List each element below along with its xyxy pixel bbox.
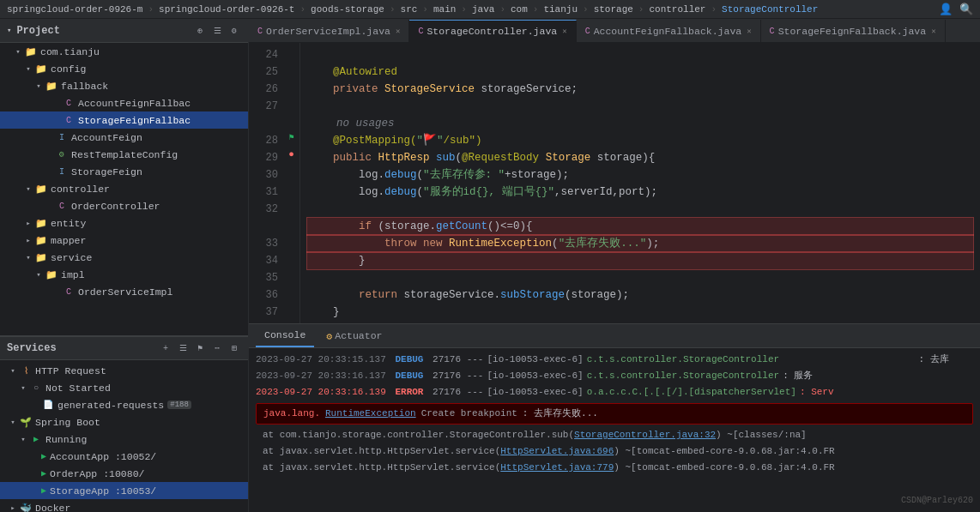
breadcrumb-item[interactable]: goods-storage [311,4,384,15]
tab-close-icon[interactable]: ✕ [931,27,935,36]
breadcrumb-item[interactable]: java [472,4,494,15]
tree-item-order-service-impl[interactable]: C OrderServiceImpl [0,283,248,300]
breadcrumb-item[interactable]: springcloud-order-0926-t [159,4,294,15]
file-icon: 📄 [41,398,55,412]
project-arrow-icon[interactable]: ▾ [7,26,11,35]
project-title: Project [16,25,59,37]
svc-item-generated-requests[interactable]: 📄 generated-requests #188 [0,396,248,413]
stack-link[interactable]: HttpServlet.java:696 [500,443,614,460]
create-breakpoint-label[interactable]: Create breakpoint [421,406,517,422]
stack-prefix: at javax.servlet.http.HttpServlet.servic… [263,443,500,460]
vcs-icon[interactable]: 👤 [939,3,953,16]
code-line [307,98,973,115]
tree-item-storage-feign[interactable]: I StorageFeign [0,163,248,180]
tree-item-service[interactable]: ▾ 📁 service [0,249,248,266]
tab-close-icon[interactable]: ✕ [396,27,400,36]
tab-storage-controller[interactable]: C StorageController.java ✕ [409,20,576,42]
svc-item-storage-app[interactable]: ▶ StorageApp :10053/ [0,482,248,499]
project-tree: ▾ 📁 com.tianju ▾ 📁 config ▾ 📁 fallback C [0,43,248,336]
svc-item-docker[interactable]: ▸ 🐳 Docker [0,499,248,512]
svc-item-not-started[interactable]: ▾ ○ Not Started [0,379,248,396]
breadcrumb-item[interactable]: src [401,4,418,15]
stack-link[interactable]: HttpServlet.java:779 [500,460,614,476]
tab-order-service-impl[interactable]: C OrderServiceImpl.java ✕ [249,20,409,42]
tree-label: StorageFeignFallbac [78,115,191,126]
tab-storage-feign-fallback[interactable]: C StorageFeignFallback.java ✕ [761,20,946,42]
tree-item-entity[interactable]: ▸ 📁 entity [0,214,248,232]
svc-item-http-request[interactable]: ▾ ⌇ HTTP Request [0,362,248,379]
code-line: log.debug("去库存传参: "+storage); [307,166,973,184]
tree-label: com.tianju [40,46,100,57]
tree-item-fallback[interactable]: ▾ 📁 fallback [0,77,248,94]
tree-item-storage-feign-fallback[interactable]: C StorageFeignFallbac [0,111,248,129]
breadcrumb-item[interactable]: storage [594,4,633,15]
breadcrumb-item[interactable]: springcloud-order-0926-m [7,4,142,15]
stack-link[interactable]: StorageController.java:32 [574,427,716,443]
tree-label: OrderController [71,201,160,212]
tab-account-feign-fallback[interactable]: C AccountFeignFallback.java ✕ [577,20,761,42]
code-line: @PostMapping("🚩"/sub") [307,132,973,149]
svc-label: Docker [35,503,70,513]
settings-icon[interactable]: ⚙ [227,24,241,38]
breakpoint-icon[interactable]: ● [288,149,294,160]
tree-arrow: ▾ [7,366,19,376]
tab-close-icon[interactable]: ✕ [562,27,566,36]
tree-item-account-feign[interactable]: I AccountFeign [0,129,248,146]
exception-link[interactable]: RuntimeException [325,406,416,422]
tree-label: AccountFeign [71,132,142,143]
svc-item-running[interactable]: ▾ ▶ Running [0,431,248,448]
breadcrumb-item[interactable]: tianju [543,4,578,15]
java-class-icon: C [55,199,69,213]
log-line: 2023-09-27 20:33:16.137 DEBUG 27176 --- … [256,368,973,384]
log-pid: 27176 --- [433,368,483,384]
tree-item-account-feign-fallback[interactable]: C AccountFeignFallbac [0,94,248,111]
tree-label: mapper [51,235,86,246]
code-line: return storageService.subStorage(storage… [307,286,973,304]
svc-item-order-app[interactable]: ▶ OrderApp :10080/ [0,465,248,482]
breadcrumb-item[interactable]: main [433,4,456,15]
tree-item-com-tianju[interactable]: ▾ 📁 com.tianju [0,43,248,60]
list-service-icon[interactable]: ☰ [176,341,190,355]
expand-service-icon[interactable]: ⊞ [227,341,241,355]
breadcrumb-item[interactable]: com [511,4,528,15]
log-thread: [io-10053-exec-6] [487,384,583,401]
tree-item-impl[interactable]: ▾ 📁 impl [0,266,248,283]
tree-arrow: ▾ [22,64,34,74]
watermark: CSDN@Parley620 [901,496,973,505]
tree-item-rest-template-config[interactable]: ⚙ RestTemplateConfig [0,146,248,163]
console-output: 2023-09-27 20:33:15.137 DEBUG 27176 --- … [249,348,980,512]
svc-item-spring-boot[interactable]: ▾ 🌱 Spring Boot [0,413,248,431]
filter-icon[interactable]: ⚑ [193,341,207,355]
log-timestamp: 2023-09-27 20:33:16.139 [256,384,386,401]
tab-console[interactable]: Console [256,325,314,347]
breadcrumb-item[interactable]: controller [649,4,705,15]
tree-label: impl [61,269,85,280]
log-thread: [io-10053-exec-6] [487,368,583,384]
run-icon: ▶ [41,468,46,479]
list-icon[interactable]: ☰ [210,24,224,38]
add-service-icon[interactable]: + [159,341,172,355]
tab-actuator[interactable]: ⚙ Actuator [318,325,390,347]
breadcrumb-sep: › [390,4,396,15]
add-icon[interactable]: ⊕ [193,24,207,38]
stack-suffix: ) ~[tomcat-embed-core-9.0.68.jar:4.0.FR [614,460,834,476]
log-msg: : 服务 [783,368,813,384]
tree-item-config[interactable]: ▾ 📁 config [0,60,248,77]
svc-label: HTTP Request [35,365,106,376]
tree-label: fallback [61,81,108,92]
search-icon[interactable]: 🔍 [959,3,973,16]
tree-item-order-controller[interactable]: C OrderController [0,197,248,214]
tree-item-controller[interactable]: ▾ 📁 controller [0,180,248,197]
breadcrumb-sep: › [638,4,644,15]
stack-suffix: ) ~[classes/:na] [716,427,807,443]
code-content[interactable]: @Autowired private StorageService storag… [300,43,980,323]
more-service-icon[interactable]: ⋯ [210,341,224,355]
tree-item-mapper[interactable]: ▸ 📁 mapper [0,232,248,249]
tree-arrow: ▾ [22,184,34,194]
tab-close-icon[interactable]: ✕ [747,27,751,36]
stack-prefix: at com.tianjo.storage.controller.Storage… [263,427,574,443]
svc-item-account-app[interactable]: ▶ AccountApp :10052/ [0,448,248,465]
tree-label: StorageFeign [71,166,142,178]
actuator-icon: ⚙ [326,330,332,342]
breadcrumb-sep: › [533,4,539,15]
